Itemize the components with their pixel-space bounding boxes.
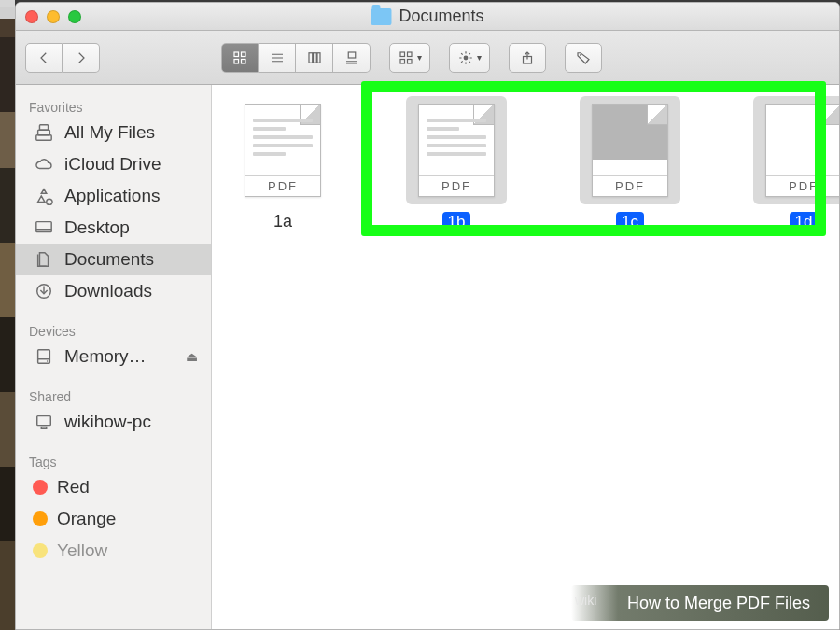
close-button[interactable] bbox=[25, 10, 38, 23]
arrange-button[interactable]: ▾ bbox=[389, 43, 430, 73]
tag-dot-icon bbox=[33, 511, 48, 526]
svg-rect-7 bbox=[309, 52, 313, 63]
pc-icon bbox=[33, 413, 55, 431]
svg-point-38 bbox=[47, 360, 48, 361]
sidebar-item-label: wikihow-pc bbox=[64, 412, 151, 432]
caption-text: How to Merge PDF Files bbox=[627, 594, 810, 613]
share-button[interactable] bbox=[509, 43, 546, 73]
tag-label: Yellow bbox=[57, 540, 107, 561]
sidebar-item-wikihow-pc[interactable]: wikihow-pc bbox=[16, 406, 211, 438]
forward-button[interactable] bbox=[63, 43, 100, 73]
window-controls bbox=[25, 10, 81, 23]
column-view-button[interactable] bbox=[296, 43, 333, 73]
tag-red[interactable]: Red bbox=[16, 471, 211, 503]
svg-rect-14 bbox=[408, 52, 413, 57]
toolbar: ▾ ▾ bbox=[16, 31, 839, 85]
sidebar-item-downloads[interactable]: Downloads bbox=[16, 275, 211, 307]
svg-line-24 bbox=[461, 61, 463, 63]
svg-rect-29 bbox=[36, 135, 51, 140]
sidebar-item-label: Desktop bbox=[64, 217, 130, 238]
title-text: Documents bbox=[399, 7, 483, 26]
svg-rect-32 bbox=[36, 222, 51, 232]
svg-rect-15 bbox=[400, 59, 405, 63]
svg-rect-2 bbox=[234, 59, 239, 63]
svg-line-25 bbox=[469, 53, 470, 55]
devices-heading: Devices bbox=[16, 318, 211, 341]
file-area[interactable]: PDF 1a PDF 1b PDF 1c PDF 1d bbox=[212, 85, 840, 629]
tag-label: Orange bbox=[57, 509, 116, 529]
tags-heading: Tags bbox=[16, 449, 211, 471]
file-label[interactable]: 1a bbox=[273, 212, 292, 231]
pdf-badge: PDF bbox=[245, 175, 320, 196]
article-caption: wiki How to Merge PDF Files bbox=[571, 585, 829, 621]
sidebar-item-all-my-files[interactable]: All My Files bbox=[16, 117, 211, 148]
arrange-menu: ▾ bbox=[389, 43, 430, 73]
svg-rect-16 bbox=[408, 59, 413, 63]
svg-point-17 bbox=[464, 55, 469, 60]
finder-window: Documents ▾ ▾ Favorites All M bbox=[15, 2, 840, 630]
eject-icon[interactable]: ⏏ bbox=[186, 349, 198, 364]
caption-prefix: wiki bbox=[575, 593, 596, 608]
annotation-highlight bbox=[361, 81, 826, 236]
tag-label: Red bbox=[57, 477, 90, 497]
zoom-button[interactable] bbox=[68, 10, 81, 23]
disk-icon bbox=[33, 347, 55, 366]
svg-rect-9 bbox=[317, 52, 320, 63]
svg-rect-3 bbox=[242, 59, 246, 63]
desktop-background-strip bbox=[0, 0, 15, 630]
back-button[interactable] bbox=[25, 43, 63, 73]
svg-rect-31 bbox=[39, 125, 48, 130]
svg-rect-13 bbox=[400, 52, 405, 57]
tag-yellow[interactable]: Yellow bbox=[16, 535, 211, 567]
file-1a[interactable]: PDF 1a bbox=[229, 96, 337, 231]
coverflow-view-button[interactable] bbox=[333, 43, 371, 73]
tag-dot-icon bbox=[33, 543, 48, 558]
sidebar-item-label: iCloud Drive bbox=[64, 154, 161, 175]
desktop-icon bbox=[33, 218, 55, 237]
minimize-button[interactable] bbox=[47, 10, 60, 23]
svg-rect-30 bbox=[38, 130, 50, 134]
tag-orange[interactable]: Orange bbox=[16, 503, 211, 535]
action-menu: ▾ bbox=[449, 43, 490, 73]
sidebar: Favorites All My Files iCloud Drive Appl… bbox=[16, 85, 212, 629]
svg-rect-39 bbox=[37, 416, 51, 426]
sidebar-item-label: Documents bbox=[64, 249, 154, 270]
applications-icon bbox=[33, 187, 55, 205]
favorites-heading: Favorites bbox=[16, 94, 211, 117]
sidebar-item-memory[interactable]: Memory… ⏏ bbox=[16, 341, 211, 372]
svg-rect-1 bbox=[242, 52, 246, 57]
sidebar-item-desktop[interactable]: Desktop bbox=[16, 212, 211, 244]
list-view-button[interactable] bbox=[259, 43, 296, 73]
window-body: Favorites All My Files iCloud Drive Appl… bbox=[16, 85, 839, 629]
tag-dot-icon bbox=[33, 480, 48, 495]
titlebar[interactable]: Documents bbox=[16, 3, 839, 31]
icon-view-button[interactable] bbox=[221, 43, 259, 73]
documents-icon bbox=[33, 250, 55, 269]
sidebar-item-label: All My Files bbox=[64, 122, 155, 143]
svg-line-23 bbox=[469, 61, 470, 63]
tags-button[interactable] bbox=[565, 43, 602, 73]
pdf-thumbnail: PDF bbox=[245, 104, 321, 197]
svg-rect-8 bbox=[313, 52, 316, 63]
shared-heading: Shared bbox=[16, 384, 211, 406]
view-mode-buttons bbox=[221, 43, 371, 73]
svg-rect-0 bbox=[234, 52, 239, 57]
sidebar-item-label: Applications bbox=[64, 186, 160, 206]
svg-rect-36 bbox=[38, 350, 50, 364]
cloud-icon bbox=[33, 155, 55, 174]
downloads-icon bbox=[33, 282, 55, 301]
svg-rect-40 bbox=[41, 427, 46, 428]
svg-line-22 bbox=[461, 53, 463, 55]
sidebar-item-applications[interactable]: Applications bbox=[16, 180, 211, 212]
nav-buttons bbox=[25, 43, 100, 73]
sidebar-item-label: Memory… bbox=[64, 346, 147, 367]
sidebar-item-icloud-drive[interactable]: iCloud Drive bbox=[16, 148, 211, 180]
folder-icon bbox=[371, 8, 391, 25]
sidebar-item-documents[interactable]: Documents bbox=[16, 244, 211, 275]
action-button[interactable]: ▾ bbox=[449, 43, 490, 73]
sidebar-item-label: Downloads bbox=[64, 281, 152, 301]
svg-rect-10 bbox=[348, 52, 356, 58]
svg-point-28 bbox=[580, 54, 581, 56]
window-title: Documents bbox=[371, 7, 483, 26]
all-files-icon bbox=[33, 123, 55, 142]
